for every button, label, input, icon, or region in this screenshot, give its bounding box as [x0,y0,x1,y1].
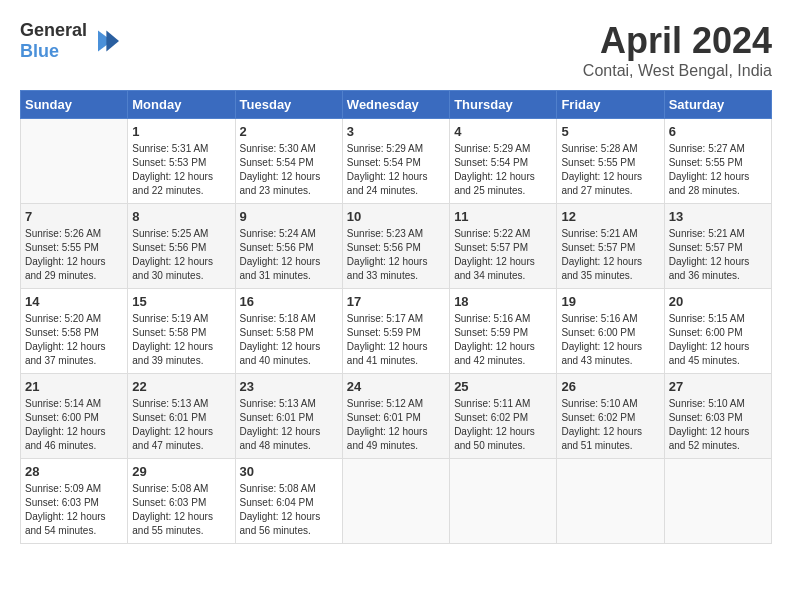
day-info: Sunrise: 5:29 AMSunset: 5:54 PMDaylight:… [347,142,445,198]
calendar-cell [557,459,664,544]
calendar-cell: 7Sunrise: 5:26 AMSunset: 5:55 PMDaylight… [21,204,128,289]
day-info: Sunrise: 5:13 AMSunset: 6:01 PMDaylight:… [132,397,230,453]
calendar-cell: 12Sunrise: 5:21 AMSunset: 5:57 PMDayligh… [557,204,664,289]
calendar-cell: 8Sunrise: 5:25 AMSunset: 5:56 PMDaylight… [128,204,235,289]
day-number: 14 [25,294,123,309]
calendar-cell: 22Sunrise: 5:13 AMSunset: 6:01 PMDayligh… [128,374,235,459]
page-header: General Blue April 2024 Contai, West Ben… [20,20,772,80]
calendar-cell: 28Sunrise: 5:09 AMSunset: 6:03 PMDayligh… [21,459,128,544]
day-info: Sunrise: 5:18 AMSunset: 5:58 PMDaylight:… [240,312,338,368]
logo-blue: Blue [20,41,59,61]
day-info: Sunrise: 5:16 AMSunset: 5:59 PMDaylight:… [454,312,552,368]
weekday-header-friday: Friday [557,91,664,119]
day-number: 2 [240,124,338,139]
day-number: 19 [561,294,659,309]
day-number: 21 [25,379,123,394]
logo: General Blue [20,20,119,62]
calendar-cell: 17Sunrise: 5:17 AMSunset: 5:59 PMDayligh… [342,289,449,374]
weekday-header-tuesday: Tuesday [235,91,342,119]
day-info: Sunrise: 5:08 AMSunset: 6:04 PMDaylight:… [240,482,338,538]
svg-marker-1 [106,31,119,52]
day-info: Sunrise: 5:13 AMSunset: 6:01 PMDaylight:… [240,397,338,453]
day-number: 23 [240,379,338,394]
day-info: Sunrise: 5:19 AMSunset: 5:58 PMDaylight:… [132,312,230,368]
day-info: Sunrise: 5:31 AMSunset: 5:53 PMDaylight:… [132,142,230,198]
day-number: 25 [454,379,552,394]
day-number: 12 [561,209,659,224]
calendar-cell: 4Sunrise: 5:29 AMSunset: 5:54 PMDaylight… [450,119,557,204]
calendar-cell: 24Sunrise: 5:12 AMSunset: 6:01 PMDayligh… [342,374,449,459]
day-number: 4 [454,124,552,139]
calendar-cell: 29Sunrise: 5:08 AMSunset: 6:03 PMDayligh… [128,459,235,544]
weekday-header-row: SundayMondayTuesdayWednesdayThursdayFrid… [21,91,772,119]
day-info: Sunrise: 5:30 AMSunset: 5:54 PMDaylight:… [240,142,338,198]
calendar-cell: 9Sunrise: 5:24 AMSunset: 5:56 PMDaylight… [235,204,342,289]
day-info: Sunrise: 5:28 AMSunset: 5:55 PMDaylight:… [561,142,659,198]
day-number: 1 [132,124,230,139]
day-number: 6 [669,124,767,139]
day-number: 26 [561,379,659,394]
title-area: April 2024 Contai, West Bengal, India [583,20,772,80]
weekday-header-wednesday: Wednesday [342,91,449,119]
calendar-week-1: 1Sunrise: 5:31 AMSunset: 5:53 PMDaylight… [21,119,772,204]
day-number: 16 [240,294,338,309]
day-number: 9 [240,209,338,224]
calendar-cell: 2Sunrise: 5:30 AMSunset: 5:54 PMDaylight… [235,119,342,204]
day-info: Sunrise: 5:10 AMSunset: 6:03 PMDaylight:… [669,397,767,453]
day-number: 30 [240,464,338,479]
day-info: Sunrise: 5:21 AMSunset: 5:57 PMDaylight:… [669,227,767,283]
day-info: Sunrise: 5:11 AMSunset: 6:02 PMDaylight:… [454,397,552,453]
day-number: 29 [132,464,230,479]
calendar-cell [342,459,449,544]
day-info: Sunrise: 5:25 AMSunset: 5:56 PMDaylight:… [132,227,230,283]
calendar-cell: 18Sunrise: 5:16 AMSunset: 5:59 PMDayligh… [450,289,557,374]
calendar-cell [450,459,557,544]
calendar-cell: 23Sunrise: 5:13 AMSunset: 6:01 PMDayligh… [235,374,342,459]
calendar-week-3: 14Sunrise: 5:20 AMSunset: 5:58 PMDayligh… [21,289,772,374]
calendar-cell: 19Sunrise: 5:16 AMSunset: 6:00 PMDayligh… [557,289,664,374]
calendar-cell: 1Sunrise: 5:31 AMSunset: 5:53 PMDaylight… [128,119,235,204]
day-number: 5 [561,124,659,139]
calendar-cell: 30Sunrise: 5:08 AMSunset: 6:04 PMDayligh… [235,459,342,544]
calendar-cell: 3Sunrise: 5:29 AMSunset: 5:54 PMDaylight… [342,119,449,204]
calendar-week-5: 28Sunrise: 5:09 AMSunset: 6:03 PMDayligh… [21,459,772,544]
weekday-header-saturday: Saturday [664,91,771,119]
day-number: 28 [25,464,123,479]
day-number: 7 [25,209,123,224]
day-number: 18 [454,294,552,309]
calendar-cell: 16Sunrise: 5:18 AMSunset: 5:58 PMDayligh… [235,289,342,374]
day-info: Sunrise: 5:29 AMSunset: 5:54 PMDaylight:… [454,142,552,198]
day-info: Sunrise: 5:09 AMSunset: 6:03 PMDaylight:… [25,482,123,538]
calendar-cell: 10Sunrise: 5:23 AMSunset: 5:56 PMDayligh… [342,204,449,289]
day-info: Sunrise: 5:17 AMSunset: 5:59 PMDaylight:… [347,312,445,368]
calendar-cell: 21Sunrise: 5:14 AMSunset: 6:00 PMDayligh… [21,374,128,459]
day-number: 27 [669,379,767,394]
calendar-cell: 6Sunrise: 5:27 AMSunset: 5:55 PMDaylight… [664,119,771,204]
day-info: Sunrise: 5:24 AMSunset: 5:56 PMDaylight:… [240,227,338,283]
logo-general: General [20,20,87,40]
calendar-cell: 5Sunrise: 5:28 AMSunset: 5:55 PMDaylight… [557,119,664,204]
calendar-cell: 27Sunrise: 5:10 AMSunset: 6:03 PMDayligh… [664,374,771,459]
calendar-week-4: 21Sunrise: 5:14 AMSunset: 6:00 PMDayligh… [21,374,772,459]
day-info: Sunrise: 5:23 AMSunset: 5:56 PMDaylight:… [347,227,445,283]
calendar-week-2: 7Sunrise: 5:26 AMSunset: 5:55 PMDaylight… [21,204,772,289]
day-number: 17 [347,294,445,309]
day-number: 11 [454,209,552,224]
day-info: Sunrise: 5:15 AMSunset: 6:00 PMDaylight:… [669,312,767,368]
day-info: Sunrise: 5:26 AMSunset: 5:55 PMDaylight:… [25,227,123,283]
day-info: Sunrise: 5:16 AMSunset: 6:00 PMDaylight:… [561,312,659,368]
calendar-cell: 13Sunrise: 5:21 AMSunset: 5:57 PMDayligh… [664,204,771,289]
day-number: 8 [132,209,230,224]
day-number: 13 [669,209,767,224]
day-number: 15 [132,294,230,309]
month-title: April 2024 [583,20,772,62]
calendar-cell: 20Sunrise: 5:15 AMSunset: 6:00 PMDayligh… [664,289,771,374]
day-number: 3 [347,124,445,139]
day-number: 10 [347,209,445,224]
calendar-cell: 11Sunrise: 5:22 AMSunset: 5:57 PMDayligh… [450,204,557,289]
day-number: 22 [132,379,230,394]
calendar-cell: 25Sunrise: 5:11 AMSunset: 6:02 PMDayligh… [450,374,557,459]
location-title: Contai, West Bengal, India [583,62,772,80]
day-info: Sunrise: 5:10 AMSunset: 6:02 PMDaylight:… [561,397,659,453]
day-info: Sunrise: 5:20 AMSunset: 5:58 PMDaylight:… [25,312,123,368]
